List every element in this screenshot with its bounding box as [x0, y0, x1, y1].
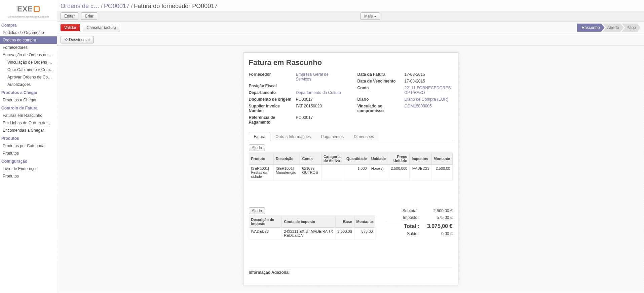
- field-label: Vinculado ao compromisso: [357, 104, 405, 113]
- cell: 2432111 EXIST.MADEIRA TX REDUZIDA: [282, 228, 335, 239]
- field-value[interactable]: Empresa Geral de Serviços: [296, 72, 344, 82]
- toolbar: Editar Criar Mais ▼: [57, 11, 644, 22]
- cell: 1,000: [344, 165, 369, 181]
- field-value[interactable]: COM15000005: [405, 104, 453, 108]
- column-header[interactable]: Descrição do imposto: [249, 216, 282, 228]
- tab-pagamentos[interactable]: Pagamentos: [316, 132, 349, 141]
- field-row: Conta22111 FORNECEDORES CP PRAZO: [357, 85, 453, 96]
- column-header[interactable]: Montante: [354, 216, 375, 228]
- sidebar-item[interactable]: Ordens de compra: [0, 36, 57, 44]
- breadcrumb-root[interactable]: Ordens de c…: [61, 3, 100, 10]
- field-row: DepartamentoDepartamento da Cultura: [249, 89, 344, 96]
- cancel-invoice-button[interactable]: Cancelar factura: [83, 24, 120, 31]
- menu-section: Configuração: [0, 157, 57, 165]
- tab-dimensoes[interactable]: Dimensões: [349, 132, 379, 141]
- sidebar-item[interactable]: Produtos: [0, 172, 57, 180]
- field-row: Referência de PagamentoPO00017: [249, 114, 344, 126]
- field-label: Data de Vencimento: [357, 79, 405, 84]
- sidebar-item[interactable]: Faturas em Rascunho: [0, 112, 57, 119]
- sidebar-item[interactable]: Criar Cabimento e Compr…: [0, 66, 57, 73]
- breadcrumb-po[interactable]: PO00017: [104, 3, 129, 10]
- edit-button[interactable]: Editar: [61, 12, 78, 20]
- column-header[interactable]: Conta: [300, 153, 321, 165]
- subtotal-value: 2.500,00 €: [422, 208, 453, 213]
- unlink-icon: ⟲: [64, 37, 68, 42]
- column-header[interactable]: Produto: [249, 153, 274, 165]
- sidebar-item[interactable]: Vinculação de Ordens de…: [0, 59, 57, 66]
- column-header[interactable]: Descrição: [274, 153, 300, 165]
- cell: 2.500,00: [431, 165, 452, 181]
- field-link[interactable]: Empresa Geral de Serviços: [296, 72, 329, 82]
- logo-icon: [34, 6, 40, 12]
- table-row[interactable]: IVADED232432111 EXIST.MADEIRA TX REDUZID…: [249, 228, 375, 239]
- cell: IVADED23: [410, 165, 431, 181]
- caret-down-icon: ▼: [374, 15, 377, 18]
- field-link[interactable]: COM15000005: [405, 104, 432, 108]
- more-button[interactable]: Mais ▼: [361, 12, 380, 20]
- tax-label: Imposto :: [385, 215, 422, 220]
- left-fields: FornecedorEmpresa Geral de ServiçosPosiç…: [249, 71, 344, 126]
- field-link[interactable]: Diário de Compra (EUR): [405, 97, 449, 102]
- status-paid[interactable]: Pago: [622, 24, 641, 32]
- field-value[interactable]: Diário de Compra (EUR): [405, 97, 453, 102]
- field-link[interactable]: 22111 FORNECEDORES CP PRAZO: [405, 86, 451, 95]
- column-header[interactable]: Impostos: [410, 153, 431, 165]
- column-header[interactable]: Quantidade: [344, 153, 369, 165]
- column-header[interactable]: Preço Unitário: [388, 153, 410, 165]
- logo: EXE Consultoria em Excelência e Qualidad…: [0, 0, 57, 21]
- field-label: Conta: [357, 86, 405, 90]
- balance-value: 0,00 €: [422, 231, 453, 236]
- sidebar-item[interactable]: Produtos: [0, 150, 57, 157]
- column-header[interactable]: Montante: [431, 153, 452, 165]
- help-button-taxes[interactable]: Ajuda: [249, 207, 265, 214]
- tax-lines-table: Descrição do impostoConta de impostoBase…: [249, 216, 375, 239]
- tab-outras[interactable]: Outras Informações: [270, 132, 316, 141]
- sidebar-item[interactable]: Encomendas a Chegar: [0, 127, 57, 134]
- sidebar-item[interactable]: Autorizações: [0, 81, 57, 88]
- field-row: Data de Vencimento17-08-2015: [357, 78, 453, 85]
- field-label: Data da Fatura: [357, 72, 405, 77]
- breadcrumb-sep: /: [129, 3, 134, 10]
- field-row: Data da Fatura17-08-2015: [357, 71, 453, 78]
- tab-fatura[interactable]: Fatura: [249, 132, 271, 141]
- field-row: Vinculado ao compromissoCOM15000005: [357, 103, 453, 114]
- column-header[interactable]: Unidade: [369, 153, 388, 165]
- sidebar-item[interactable]: Aprovação de Ordens de Co…: [0, 51, 57, 59]
- help-button-lines[interactable]: Ajuda: [249, 144, 265, 151]
- column-header[interactable]: Categoria de Activo: [321, 153, 344, 165]
- sidebar-item[interactable]: Livro de Endereços: [0, 165, 57, 172]
- field-row: Supplier Invoice NumberFAT 20150020: [249, 103, 344, 114]
- field-label: Documento de origem: [249, 97, 296, 102]
- sidebar-item[interactable]: Produtos por Categoria: [0, 142, 57, 150]
- secondary-action-bar: ⟲ Desvincular: [57, 34, 644, 46]
- field-value[interactable]: 22111 FORNECEDORES CP PRAZO: [405, 86, 453, 95]
- field-link[interactable]: Departamento da Cultura: [296, 90, 341, 95]
- form-sheet: Fatura em Rascunho FornecedorEmpresa Ger…: [243, 53, 458, 285]
- field-row: FornecedorEmpresa Geral de Serviços: [249, 71, 344, 83]
- field-row: Documento de origemPO00017: [249, 96, 344, 103]
- field-value: PO00017: [296, 97, 344, 102]
- cell: 621099 OUTROS: [300, 165, 321, 181]
- balance-label: Saldo :: [385, 231, 422, 236]
- action-bar: Validar Cancelar factura Rascunho Aberto…: [57, 22, 644, 34]
- create-button[interactable]: Criar: [81, 12, 97, 20]
- breadcrumb-sep: /: [100, 3, 104, 10]
- status-draft[interactable]: Rascunho: [577, 24, 605, 32]
- status-open[interactable]: Aberto: [603, 24, 624, 32]
- table-row[interactable]: [SER1001] Festas da cidade[SER1001] Manu…: [249, 165, 452, 181]
- status-flow: Rascunho Aberto Pago: [577, 24, 641, 32]
- field-label: Posição Fiscal: [249, 84, 296, 88]
- breadcrumb: Ordens de c… / PO00017 / Fatura do forne…: [57, 0, 644, 11]
- sidebar-item[interactable]: Aprovar Ordens de Compra: [0, 73, 57, 81]
- sidebar-item[interactable]: Em Linhas de Ordem de Co…: [0, 119, 57, 127]
- field-value[interactable]: Departamento da Cultura: [296, 90, 344, 95]
- column-header[interactable]: Base: [335, 216, 354, 228]
- sidebar-item[interactable]: Fornecedores: [0, 44, 57, 51]
- field-label: Supplier Invoice Number: [249, 104, 296, 113]
- sidebar-item[interactable]: Pedidos de Orçamento: [0, 29, 57, 36]
- unlink-button[interactable]: ⟲ Desvincular: [61, 36, 94, 43]
- cell: [SER1001] Festas da cidade: [249, 165, 274, 181]
- column-header[interactable]: Conta de imposto: [282, 216, 335, 228]
- validate-button[interactable]: Validar: [61, 24, 80, 31]
- sidebar-item[interactable]: Produtos a Chegar: [0, 96, 57, 104]
